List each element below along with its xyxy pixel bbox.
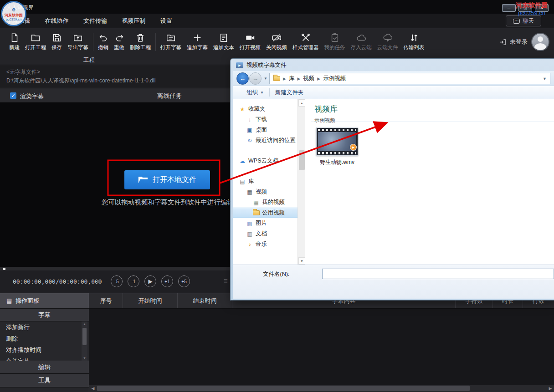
tree-item-favorites[interactable]: ★收藏夹 — [233, 104, 298, 114]
menu-online-collab[interactable]: 在线协作 — [38, 14, 75, 28]
skip-forward-5-button[interactable]: +5 — [178, 275, 190, 287]
dialog-nav-bar: ← → ▼ ▶ 库 ▶ 视频 ▶ 示例视频 ▼ — [233, 71, 554, 86]
transfer-list-button[interactable]: 传输列表 — [401, 29, 427, 55]
section-edit[interactable]: 编辑 — [0, 361, 89, 374]
delete-project-button[interactable]: 删除工程 — [127, 29, 154, 55]
tree-item-downloads[interactable]: ↓下载 — [233, 114, 298, 125]
action-delete[interactable]: 删除 — [0, 333, 89, 344]
tree-item-recent-places[interactable]: ↻最近访问的位置 — [233, 135, 298, 146]
open-project-button[interactable]: 打开工程 — [22, 29, 49, 55]
horizontal-scrollbar-thumb[interactable] — [97, 386, 470, 391]
video-camera-icon — [245, 33, 255, 43]
export-subtitle-button[interactable]: 导出字幕 — [65, 29, 91, 55]
tree-item-pictures[interactable]: ▨图片 — [233, 218, 298, 229]
scroll-down-icon[interactable]: ▼ — [82, 356, 87, 360]
skip-forward-1-button[interactable]: +1 — [161, 275, 173, 287]
tree-item-music[interactable]: ♪音乐 — [233, 239, 298, 249]
panel-scrollbar-thumb[interactable] — [82, 328, 87, 345]
tree-item-desktop[interactable]: ▣桌面 — [233, 125, 298, 135]
tree-item-documents[interactable]: ▥文档 — [233, 229, 298, 239]
render-subtitle-checkbox[interactable]: ✓ — [10, 92, 16, 99]
file-item-wmv[interactable]: ▶ 野生动物.wmv — [313, 127, 361, 166]
style-manager-button[interactable]: 样式管理器 — [290, 29, 322, 55]
tree-scrollbar-thumb[interactable] — [299, 150, 305, 170]
tree-item-public-videos[interactable]: 公用视频 — [233, 208, 298, 218]
subtitle-table-body[interactable] — [89, 309, 554, 385]
redo-button[interactable]: 重做 — [111, 29, 127, 55]
action-add-row[interactable]: 添加新行 — [0, 321, 89, 333]
section-subtitle[interactable]: 字幕 — [0, 309, 89, 321]
playhead-marker[interactable] — [3, 268, 5, 270]
command-separator — [269, 88, 270, 97]
scroll-up-icon[interactable]: ▲ — [82, 322, 87, 326]
scroll-down-icon[interactable]: ▼ — [298, 257, 305, 265]
dialog-media-icon: ▶ — [236, 62, 243, 68]
stop-button[interactable]: ■ — [95, 277, 103, 285]
scroll-right-icon[interactable]: ▶ — [547, 385, 554, 392]
undo-button[interactable]: 撤销 — [95, 29, 111, 55]
open-subtitle-icon — [166, 33, 176, 43]
minimize-button[interactable]: ─ — [502, 4, 516, 12]
login-area[interactable]: 未登录 — [499, 30, 549, 54]
breadcrumb-videos[interactable]: 视频 — [303, 75, 314, 82]
back-button[interactable]: ← — [236, 72, 249, 85]
new-folder-button[interactable]: 新建文件夹 — [275, 89, 304, 97]
menu-settings[interactable]: 设置 — [154, 14, 179, 28]
open-video-button[interactable]: 打开视频 — [237, 29, 263, 55]
append-subtitle-button[interactable]: 追加字幕 — [184, 29, 210, 55]
my-tasks-label: 我的任务 — [324, 44, 345, 51]
open-local-file-button[interactable]: 打开本地文件 — [124, 170, 210, 189]
tasks-clipboard-icon — [330, 33, 340, 43]
organize-menu[interactable]: 组织 — [246, 89, 258, 97]
tree-item-videos[interactable]: ▦视频 — [233, 187, 298, 197]
chat-button[interactable]: ⋯ 聊天 — [506, 15, 541, 26]
menu-video-encode[interactable]: 视频压制 — [115, 14, 152, 28]
close-video-button[interactable]: 关闭视频 — [263, 29, 290, 55]
tree-item-libraries[interactable]: ▤库 — [233, 176, 298, 187]
new-project-button[interactable]: 新建 — [6, 29, 22, 55]
filename-input[interactable] — [322, 269, 554, 279]
play-button[interactable]: ▶ — [144, 275, 156, 287]
back-arrow-icon: ← — [240, 75, 246, 82]
operation-panel-header: ▤ 操作面板 — [0, 293, 89, 309]
tree-item-my-videos[interactable]: ▦我的视频 — [233, 197, 298, 208]
breadcrumb-sample-videos[interactable]: 示例视频 — [323, 75, 346, 82]
panel-scrollbar[interactable]: ▲ ▼ — [82, 321, 87, 361]
tree-item-wps-cloud[interactable]: ☁WPS云文档 — [233, 156, 298, 166]
my-tasks-button: 我的任务 — [322, 29, 348, 55]
cloud-upload-icon — [356, 33, 366, 43]
horizontal-scrollbar[interactable]: ◀ ▶ — [89, 385, 554, 392]
libraries-icon: ▤ — [239, 178, 246, 185]
login-label: 未登录 — [510, 38, 528, 46]
scroll-up-icon[interactable]: ▲ — [298, 99, 305, 107]
column-index[interactable]: 序号 — [89, 293, 123, 308]
save-label: 保存 — [51, 44, 62, 51]
close-video-icon — [272, 33, 282, 43]
scroll-left-icon[interactable]: ◀ — [89, 385, 97, 392]
column-start-time[interactable]: 开始时间 — [123, 293, 178, 308]
action-merge-subtitle[interactable]: 合并字幕 — [0, 356, 89, 361]
tree-scrollbar[interactable]: ▲ ▼ — [298, 99, 305, 265]
login-arrow-icon — [499, 39, 506, 46]
open-file-dialog: ▶ 视频或字幕文件 ← → ▼ ▶ 库 ▶ 视频 ▶ 示例视频 ▼ 组织 ▼ 新… — [230, 58, 554, 300]
skip-back-1-button[interactable]: -1 — [128, 275, 139, 287]
open-subtitle-button[interactable]: 打开字幕 — [158, 29, 184, 55]
breadcrumb-libraries[interactable]: 库 — [289, 75, 295, 82]
redo-icon — [114, 33, 124, 43]
dialog-command-bar: 组织 ▼ 新建文件夹 — [233, 86, 554, 99]
avatar[interactable] — [531, 33, 549, 51]
filename-label: 文件名(N): — [263, 270, 289, 278]
timeline-menu-icon[interactable]: ≡ — [224, 277, 227, 285]
forward-button[interactable]: → — [249, 72, 262, 85]
menu-file-transfer[interactable]: 文件传输 — [77, 14, 113, 28]
save-button[interactable]: 保存 — [49, 29, 65, 55]
column-end-time[interactable]: 结束时间 — [178, 293, 232, 308]
append-text-button[interactable]: 追加文本 — [210, 29, 237, 55]
section-tools[interactable]: 工具 — [0, 374, 89, 387]
breadcrumb-dropdown-icon[interactable]: ▼ — [543, 76, 547, 81]
file-list-pane: 视频库 示例视频 ▶ 野生动物.wmv — [305, 99, 554, 265]
history-dropdown-icon[interactable]: ▼ — [264, 76, 267, 81]
skip-back-5-button[interactable]: -5 — [111, 275, 123, 287]
breadcrumb[interactable]: ▶ 库 ▶ 视频 ▶ 示例视频 ▼ — [269, 73, 550, 84]
action-align-playtime[interactable]: 对齐播放时间 — [0, 344, 89, 356]
